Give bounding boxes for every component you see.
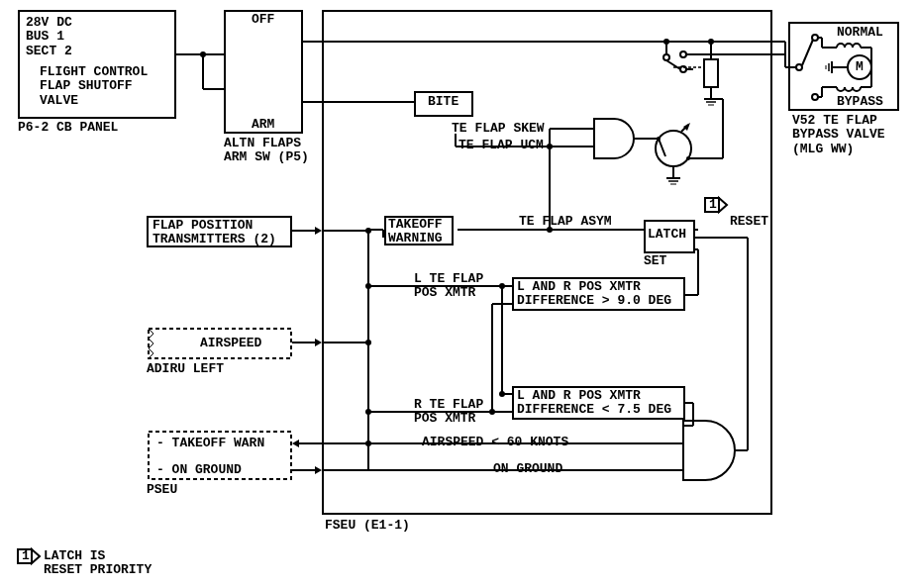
- arm-switch-box: [224, 10, 303, 134]
- svg-point-3: [200, 51, 206, 57]
- te-flap-asym-label: TE FLAP ASYM: [519, 215, 612, 229]
- arm-sw-off-label: OFF: [252, 13, 274, 27]
- airspeed-60-label: AIRSPEED < 60 KNOTS: [422, 436, 568, 449]
- te-flap-skew-label: TE FLAP SKEW: [452, 122, 545, 136]
- cb-panel-title: P6-2 CB PANEL: [18, 121, 118, 135]
- bypass-valve-title: V52 TE FLAP BYPASS VALVE (MLG WW): [792, 114, 885, 156]
- takeoff-warning-label: TAKEOFF WARNING: [388, 218, 443, 246]
- te-flap-ucm-label: TE FLAP UCM: [458, 139, 544, 152]
- svg-marker-96: [315, 466, 322, 474]
- diff-9-label: L AND R POS XMTR DIFFERENCE > 9.0 DEG: [517, 280, 671, 309]
- svg-marker-134: [32, 549, 40, 563]
- cb-panel-bus-label: 28V DC BUS 1 SECT 2: [26, 16, 72, 58]
- latch-label: LATCH: [648, 228, 686, 242]
- svg-marker-92: [315, 339, 322, 346]
- diff-75-label: L AND R POS XMTR DIFFERENCE < 7.5 DEG: [517, 389, 671, 418]
- pseu-title: PSEU: [147, 483, 177, 497]
- airspeed-label: AIRSPEED: [200, 337, 261, 350]
- reset-label: RESET: [730, 215, 768, 229]
- reset-ref-num: 1: [709, 198, 717, 212]
- svg-marker-94: [292, 440, 299, 447]
- footnote-label: LATCH IS RESET PRIORITY: [44, 549, 152, 578]
- footnote-ref-num: 1: [22, 549, 30, 563]
- adiru-label: ADIRU LEFT: [147, 362, 224, 376]
- on-ground-label: ON GROUND: [493, 462, 562, 476]
- svg-marker-90: [315, 227, 322, 235]
- fseu-title: FSEU (E1-1): [325, 519, 410, 533]
- arm-sw-title: ALTN FLAPS ARM SW (P5): [224, 137, 309, 165]
- cb-panel-breaker-label: FLIGHT CONTROL FLAP SHUTOFF VALVE: [40, 65, 148, 108]
- pseu-on-ground-label: - ON GROUND: [156, 463, 242, 477]
- motor-label: M: [856, 60, 864, 74]
- normal-label: NORMAL: [837, 26, 883, 40]
- bypass-label: BYPASS: [837, 95, 883, 109]
- arm-sw-arm-label: ARM: [252, 118, 274, 132]
- bite-label: BITE: [428, 95, 458, 109]
- set-label: SET: [644, 254, 666, 268]
- pseu-takeoff-warn-label: - TAKEOFF WARN: [156, 437, 264, 450]
- flap-position-xmtr-label: FLAP POSITION TRANSMITTERS (2): [153, 219, 276, 247]
- l-te-flap-label: L TE FLAP POS XMTR: [414, 272, 483, 301]
- r-te-flap-label: R TE FLAP POS XMTR: [414, 398, 483, 427]
